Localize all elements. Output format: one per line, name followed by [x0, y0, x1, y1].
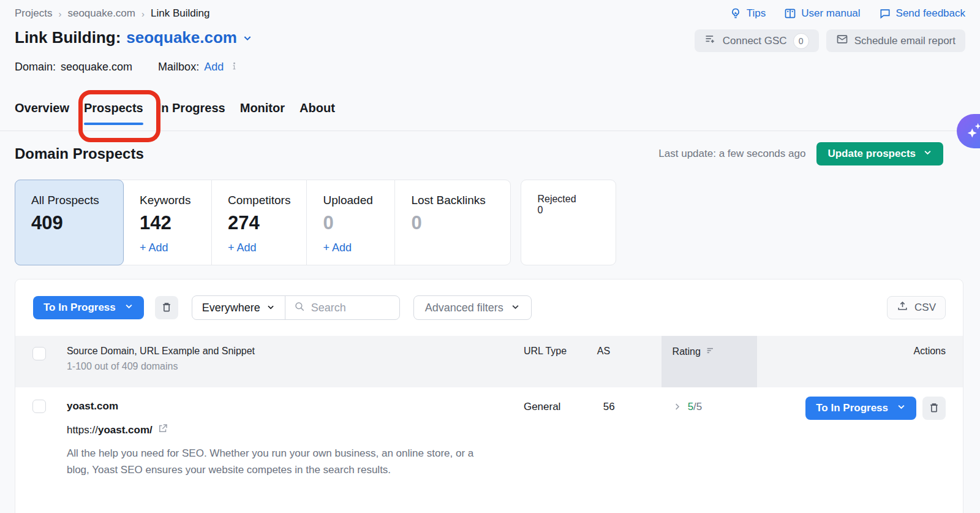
tab-about[interactable]: About: [300, 101, 335, 125]
gsc-count-badge: 0: [793, 33, 809, 49]
chevron-right-icon[interactable]: [673, 402, 682, 414]
envelope-icon: [836, 33, 848, 48]
schedule-email-report-button[interactable]: Schedule email report: [826, 29, 965, 52]
tab-bar: Overview Prospects In Progress Monitor A…: [15, 101, 335, 125]
row-checkbox[interactable]: [32, 400, 46, 413]
tips-link[interactable]: Tips: [729, 7, 766, 20]
send-feedback-label: Send feedback: [896, 7, 965, 20]
chevron-right-icon: ›: [58, 9, 61, 19]
card-label: Competitors: [228, 194, 290, 207]
mailbox-add-link[interactable]: Add: [204, 61, 224, 74]
column-url-type-label: URL Type: [524, 346, 597, 357]
breadcrumb-current: Link Building: [151, 7, 209, 20]
tab-prospects[interactable]: Prospects: [84, 101, 143, 125]
row-source-cell: yoast.com https://yoast.com/ All the hel…: [67, 387, 524, 478]
project-selector[interactable]: seoquake.com: [126, 28, 237, 47]
card-label: Rejected: [537, 194, 600, 205]
header-actions-cell: Actions: [757, 336, 963, 387]
page-title-label: Link Building:: [15, 28, 121, 47]
tab-monitor[interactable]: Monitor: [240, 101, 285, 125]
chevron-down-icon[interactable]: [243, 28, 252, 47]
column-source-label: Source Domain, URL Example and Snippet: [67, 346, 524, 357]
scope-dropdown[interactable]: Everywhere: [192, 296, 285, 319]
card-value: 142: [140, 212, 195, 234]
breadcrumb-project[interactable]: seoquake.com: [67, 7, 135, 20]
chevron-down-icon: [923, 148, 932, 160]
header-source-cell: Source Domain, URL Example and Snippet 1…: [67, 336, 524, 387]
row-rating-cell: 5/5: [662, 387, 758, 478]
breadcrumb-projects[interactable]: Projects: [15, 7, 52, 20]
row-as-value: 56: [603, 401, 615, 412]
tips-label: Tips: [747, 7, 766, 20]
header-url-type-cell[interactable]: URL Type: [524, 336, 597, 387]
tab-in-progress[interactable]: In Progress: [158, 101, 225, 125]
title-actions: Connect GSC 0 Schedule email report: [695, 29, 965, 52]
sort-desc-icon[interactable]: [706, 346, 715, 358]
send-feedback-link[interactable]: Send feedback: [879, 7, 965, 20]
header-check-cell: [15, 336, 67, 387]
select-all-checkbox[interactable]: [32, 347, 46, 360]
prospect-card-group: All Prospects 409 Keywords 142 + Add Com…: [15, 180, 511, 265]
mailbox-label: Mailbox:: [158, 61, 199, 74]
update-prospects-label: Update prospects: [827, 148, 916, 160]
table-row: yoast.com https://yoast.com/ All the hel…: [15, 387, 963, 478]
list-plus-icon: [704, 33, 717, 48]
row-url-type: General: [524, 401, 560, 412]
section-title: Domain Prospects: [15, 145, 144, 162]
header-as-cell[interactable]: AS: [597, 336, 662, 387]
card-rejected[interactable]: Rejected 0: [521, 180, 616, 265]
update-prospects-button[interactable]: Update prospects: [816, 142, 943, 165]
domain-value: seoquake.com: [61, 61, 132, 74]
row-delete-button[interactable]: [922, 397, 946, 420]
user-manual-link[interactable]: User manual: [784, 7, 860, 20]
row-domain[interactable]: yoast.com: [67, 400, 524, 412]
info-icon[interactable]: [230, 61, 239, 74]
table-toolbar: To In Progress Everywhere Advanced filte…: [15, 279, 963, 320]
row-actions-cell: To In Progress: [757, 387, 963, 478]
schedule-email-report-label: Schedule email report: [854, 35, 956, 47]
connect-gsc-button[interactable]: Connect GSC 0: [695, 29, 819, 52]
upload-icon: [897, 300, 908, 315]
domain-row: Domain: seoquake.com Mailbox: Add: [15, 61, 239, 74]
row-snippet: All the help you need for SEO. Whether y…: [67, 445, 492, 478]
scope-search-group: Everywhere: [192, 295, 400, 320]
section-head: Domain Prospects Last update: a few seco…: [15, 142, 943, 165]
card-value: 0: [537, 205, 600, 216]
add-uploaded-link[interactable]: + Add: [323, 241, 379, 254]
ai-assistant-button[interactable]: [957, 114, 980, 148]
external-link-icon[interactable]: [157, 423, 168, 437]
card-value: 409: [31, 212, 107, 234]
search-wrap: [285, 301, 399, 314]
add-keywords-link[interactable]: + Add: [140, 241, 195, 254]
search-input[interactable]: [311, 302, 385, 314]
card-all-prospects[interactable]: All Prospects 409: [15, 180, 124, 265]
breadcrumb: Projects › seoquake.com › Link Building: [15, 7, 209, 20]
bulk-delete-button[interactable]: [155, 296, 178, 319]
chevron-down-icon: [124, 302, 134, 314]
row-url-text[interactable]: https://yoast.com/: [67, 424, 153, 436]
chevron-down-icon: [511, 302, 520, 314]
card-label: All Prospects: [31, 194, 107, 207]
add-competitors-link[interactable]: + Add: [228, 241, 290, 254]
card-keywords[interactable]: Keywords 142 + Add: [124, 180, 212, 265]
table-header: Source Domain, URL Example and Snippet 1…: [15, 336, 963, 387]
chevron-right-icon: ›: [141, 9, 145, 19]
chevron-down-icon: [897, 402, 906, 414]
row-rating[interactable]: 5/5: [688, 401, 703, 413]
row-to-in-progress-button[interactable]: To In Progress: [805, 397, 916, 420]
connect-gsc-label: Connect GSC: [723, 35, 787, 47]
card-value: 274: [228, 212, 290, 234]
header-rating-cell[interactable]: Rating: [662, 336, 758, 387]
advanced-filters-dropdown[interactable]: Advanced filters: [413, 295, 532, 320]
export-csv-button[interactable]: CSV: [887, 296, 946, 319]
chevron-down-icon: [266, 302, 275, 314]
bulk-to-in-progress-button[interactable]: To In Progress: [33, 296, 144, 319]
export-csv-label: CSV: [914, 302, 936, 314]
sparkles-icon: [965, 121, 980, 142]
card-uploaded[interactable]: Uploaded 0 + Add: [307, 180, 395, 265]
tab-overview[interactable]: Overview: [15, 101, 69, 125]
card-competitors[interactable]: Competitors 274 + Add: [212, 180, 307, 265]
help-links: Tips User manual Send feedback: [729, 7, 965, 20]
card-lost-backlinks[interactable]: Lost Backlinks 0: [395, 180, 510, 265]
scope-label: Everywhere: [202, 302, 260, 314]
